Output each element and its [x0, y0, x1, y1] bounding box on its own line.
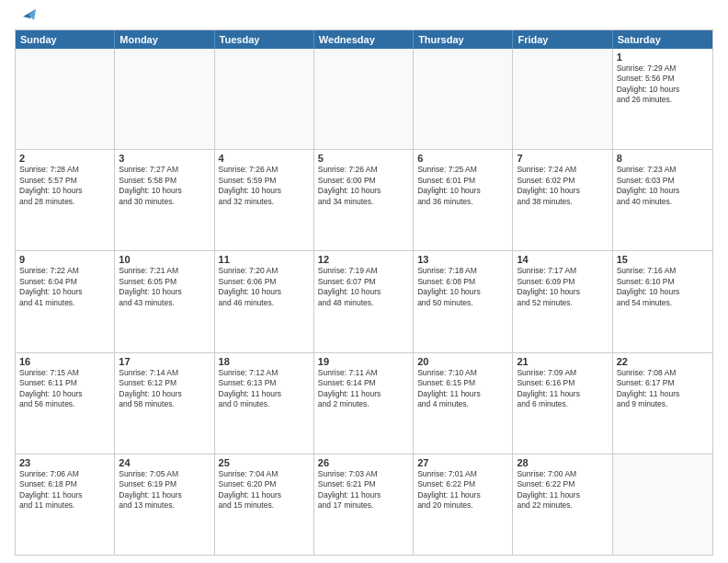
calendar-day-8: 8Sunrise: 7:23 AM Sunset: 6:03 PM Daylig…: [613, 150, 712, 250]
day-info: Sunrise: 7:24 AM Sunset: 6:02 PM Dayligh…: [517, 165, 608, 207]
day-number: 23: [19, 457, 110, 468]
calendar-day-16: 16Sunrise: 7:15 AM Sunset: 6:11 PM Dayli…: [16, 353, 115, 454]
day-number: 20: [417, 356, 508, 367]
calendar-day-12: 12Sunrise: 7:19 AM Sunset: 6:07 PM Dayli…: [314, 251, 414, 351]
day-number: 10: [119, 254, 210, 265]
calendar-day-7: 7Sunrise: 7:24 AM Sunset: 6:02 PM Daylig…: [513, 150, 612, 250]
calendar-day-17: 17Sunrise: 7:14 AM Sunset: 6:12 PM Dayli…: [115, 353, 214, 454]
day-info: Sunrise: 7:26 AM Sunset: 6:00 PM Dayligh…: [318, 165, 409, 207]
day-info: Sunrise: 7:10 AM Sunset: 6:15 PM Dayligh…: [417, 368, 508, 410]
calendar-day-18: 18Sunrise: 7:12 AM Sunset: 6:13 PM Dayli…: [215, 353, 314, 454]
calendar-header-wednesday: Wednesday: [314, 30, 414, 49]
calendar-row-3: 9Sunrise: 7:22 AM Sunset: 6:04 PM Daylig…: [16, 251, 712, 352]
day-info: Sunrise: 7:17 AM Sunset: 6:09 PM Dayligh…: [517, 266, 608, 308]
day-info: Sunrise: 7:05 AM Sunset: 6:19 PM Dayligh…: [119, 469, 210, 511]
day-info: Sunrise: 7:11 AM Sunset: 6:14 PM Dayligh…: [318, 368, 409, 410]
day-info: Sunrise: 7:08 AM Sunset: 6:17 PM Dayligh…: [617, 368, 709, 410]
day-info: Sunrise: 7:26 AM Sunset: 5:59 PM Dayligh…: [219, 165, 310, 207]
calendar-day-10: 10Sunrise: 7:21 AM Sunset: 6:05 PM Dayli…: [115, 251, 214, 351]
calendar: SundayMondayTuesdayWednesdayThursdayFrid…: [15, 29, 713, 556]
day-info: Sunrise: 7:12 AM Sunset: 6:13 PM Dayligh…: [219, 368, 310, 410]
calendar-day-21: 21Sunrise: 7:09 AM Sunset: 6:16 PM Dayli…: [513, 353, 612, 454]
day-number: 27: [417, 457, 508, 468]
day-number: 4: [219, 153, 310, 164]
calendar-header-thursday: Thursday: [414, 30, 513, 49]
day-number: 13: [417, 254, 508, 265]
day-number: 2: [19, 153, 110, 164]
calendar-day-empty-r4c6: [613, 454, 712, 555]
calendar-day-4: 4Sunrise: 7:26 AM Sunset: 5:59 PM Daylig…: [215, 150, 314, 250]
day-number: 5: [318, 153, 409, 164]
day-info: Sunrise: 7:25 AM Sunset: 6:01 PM Dayligh…: [417, 165, 508, 207]
calendar-day-11: 11Sunrise: 7:20 AM Sunset: 6:06 PM Dayli…: [215, 251, 314, 351]
calendar-day-6: 6Sunrise: 7:25 AM Sunset: 6:01 PM Daylig…: [414, 150, 513, 250]
day-number: 9: [19, 254, 110, 265]
day-number: 1: [617, 52, 709, 63]
calendar-day-25: 25Sunrise: 7:04 AM Sunset: 6:20 PM Dayli…: [215, 454, 314, 555]
calendar-day-24: 24Sunrise: 7:05 AM Sunset: 6:19 PM Dayli…: [115, 454, 214, 555]
calendar-day-14: 14Sunrise: 7:17 AM Sunset: 6:09 PM Dayli…: [513, 251, 612, 351]
day-info: Sunrise: 7:21 AM Sunset: 6:05 PM Dayligh…: [119, 266, 210, 308]
day-info: Sunrise: 7:15 AM Sunset: 6:11 PM Dayligh…: [19, 368, 110, 410]
day-info: Sunrise: 7:27 AM Sunset: 5:58 PM Dayligh…: [119, 165, 210, 207]
day-info: Sunrise: 7:29 AM Sunset: 5:56 PM Dayligh…: [617, 63, 709, 106]
calendar-day-23: 23Sunrise: 7:06 AM Sunset: 6:18 PM Dayli…: [16, 454, 115, 555]
day-number: 24: [119, 457, 210, 468]
day-number: 8: [617, 153, 709, 164]
day-info: Sunrise: 7:19 AM Sunset: 6:07 PM Dayligh…: [318, 266, 409, 308]
day-number: 25: [219, 457, 310, 468]
page: SundayMondayTuesdayWednesdayThursdayFrid…: [0, 0, 728, 563]
calendar-day-empty-r0c1: [115, 49, 214, 149]
calendar-header-tuesday: Tuesday: [215, 30, 314, 49]
calendar-day-empty-r0c3: [314, 49, 414, 149]
header: [15, 11, 713, 24]
calendar-day-13: 13Sunrise: 7:18 AM Sunset: 6:08 PM Dayli…: [414, 251, 513, 351]
calendar-day-22: 22Sunrise: 7:08 AM Sunset: 6:17 PM Dayli…: [613, 353, 712, 454]
calendar-day-28: 28Sunrise: 7:00 AM Sunset: 6:22 PM Dayli…: [513, 454, 612, 555]
day-number: 17: [119, 356, 210, 367]
day-number: 15: [617, 254, 709, 265]
calendar-header-saturday: Saturday: [613, 30, 712, 49]
day-info: Sunrise: 7:22 AM Sunset: 6:04 PM Dayligh…: [19, 266, 110, 308]
calendar-day-3: 3Sunrise: 7:27 AM Sunset: 5:58 PM Daylig…: [115, 150, 214, 250]
day-number: 21: [517, 356, 608, 367]
day-number: 14: [517, 254, 608, 265]
day-info: Sunrise: 7:04 AM Sunset: 6:20 PM Dayligh…: [219, 469, 310, 511]
day-info: Sunrise: 7:09 AM Sunset: 6:16 PM Dayligh…: [517, 368, 608, 410]
day-number: 22: [617, 356, 709, 367]
logo: [15, 11, 36, 24]
calendar-day-19: 19Sunrise: 7:11 AM Sunset: 6:14 PM Dayli…: [314, 353, 414, 454]
day-info: Sunrise: 7:00 AM Sunset: 6:22 PM Dayligh…: [517, 469, 608, 511]
day-info: Sunrise: 7:20 AM Sunset: 6:06 PM Dayligh…: [219, 266, 310, 308]
calendar-row-5: 23Sunrise: 7:06 AM Sunset: 6:18 PM Dayli…: [16, 454, 712, 555]
calendar-header-friday: Friday: [513, 30, 612, 49]
svg-marker-1: [28, 9, 36, 20]
day-info: Sunrise: 7:28 AM Sunset: 5:57 PM Dayligh…: [19, 165, 110, 207]
calendar-header-sunday: Sunday: [16, 30, 115, 49]
calendar-day-1: 1Sunrise: 7:29 AM Sunset: 5:56 PM Daylig…: [613, 49, 712, 149]
day-info: Sunrise: 7:01 AM Sunset: 6:22 PM Dayligh…: [417, 469, 508, 511]
calendar-day-9: 9Sunrise: 7:22 AM Sunset: 6:04 PM Daylig…: [16, 251, 115, 351]
calendar-row-4: 16Sunrise: 7:15 AM Sunset: 6:11 PM Dayli…: [16, 353, 712, 454]
day-info: Sunrise: 7:16 AM Sunset: 6:10 PM Dayligh…: [617, 266, 709, 308]
calendar-day-empty-r0c5: [513, 49, 612, 149]
calendar-header-row: SundayMondayTuesdayWednesdayThursdayFrid…: [16, 30, 712, 49]
day-number: 12: [318, 254, 409, 265]
day-number: 28: [517, 457, 608, 468]
calendar-day-27: 27Sunrise: 7:01 AM Sunset: 6:22 PM Dayli…: [414, 454, 513, 555]
calendar-row-1: 1Sunrise: 7:29 AM Sunset: 5:56 PM Daylig…: [16, 49, 712, 150]
logo-bird-icon: [16, 9, 36, 24]
day-info: Sunrise: 7:23 AM Sunset: 6:03 PM Dayligh…: [617, 165, 709, 207]
day-number: 3: [119, 153, 210, 164]
calendar-day-15: 15Sunrise: 7:16 AM Sunset: 6:10 PM Dayli…: [613, 251, 712, 351]
day-number: 19: [318, 356, 409, 367]
day-info: Sunrise: 7:14 AM Sunset: 6:12 PM Dayligh…: [119, 368, 210, 410]
calendar-day-empty-r0c2: [215, 49, 314, 149]
day-number: 6: [417, 153, 508, 164]
calendar-header-monday: Monday: [115, 30, 214, 49]
calendar-day-2: 2Sunrise: 7:28 AM Sunset: 5:57 PM Daylig…: [16, 150, 115, 250]
calendar-body: 1Sunrise: 7:29 AM Sunset: 5:56 PM Daylig…: [16, 49, 712, 555]
day-number: 11: [219, 254, 310, 265]
day-info: Sunrise: 7:03 AM Sunset: 6:21 PM Dayligh…: [318, 469, 409, 511]
day-info: Sunrise: 7:06 AM Sunset: 6:18 PM Dayligh…: [19, 469, 110, 511]
